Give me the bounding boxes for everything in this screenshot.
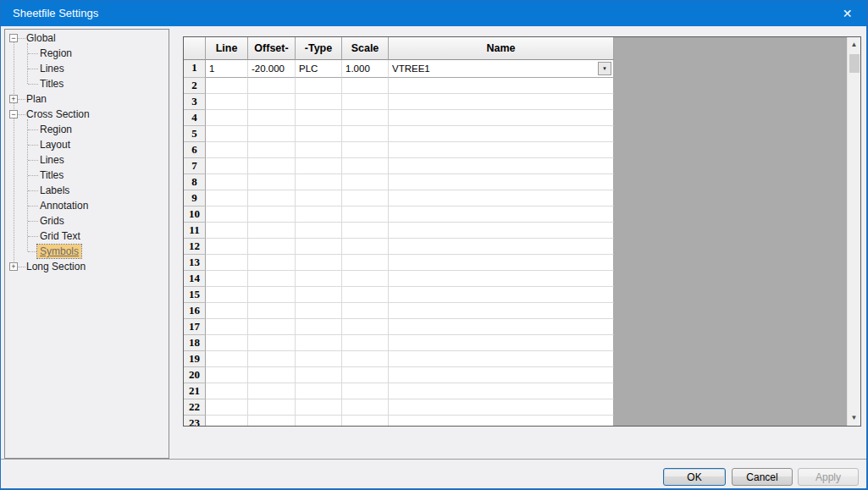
grid-cell[interactable]: 1.000	[342, 60, 389, 78]
name-dropdown-button[interactable]: ▼	[598, 62, 611, 75]
grid-cell[interactable]	[342, 255, 389, 271]
title-bar[interactable]: Sheetfile Settings ✕	[1, 1, 866, 26]
grid-cell[interactable]	[342, 239, 389, 255]
row-header-3[interactable]: 3	[184, 94, 206, 110]
grid-cell[interactable]	[248, 78, 296, 94]
tree-item-layout[interactable]: Layout	[5, 137, 169, 152]
row-header-17[interactable]: 17	[184, 319, 206, 335]
column-header-type[interactable]: -Type	[296, 37, 342, 60]
grid-cell[interactable]	[342, 287, 389, 303]
grid-cell[interactable]	[296, 126, 342, 142]
row-header-20[interactable]: 20	[184, 367, 206, 383]
row-header-5[interactable]: 5	[184, 126, 206, 142]
tree-item-labels[interactable]: Labels	[5, 183, 169, 198]
grid-cell[interactable]	[248, 287, 296, 303]
tree-item-grids[interactable]: Grids	[5, 213, 169, 228]
grid-cell[interactable]	[342, 190, 389, 206]
grid-cell[interactable]	[342, 126, 389, 142]
grid-cell[interactable]: -20.000	[248, 60, 296, 78]
grid-cell[interactable]	[206, 271, 248, 287]
row-header-13[interactable]: 13	[184, 255, 206, 271]
row-header-12[interactable]: 12	[184, 239, 206, 255]
grid-cell[interactable]	[206, 399, 248, 416]
grid-cell[interactable]	[342, 110, 389, 126]
grid-cell[interactable]	[248, 271, 296, 287]
grid-cell[interactable]	[389, 94, 614, 110]
grid-cell[interactable]	[206, 126, 248, 142]
grid-cell[interactable]	[248, 351, 296, 367]
grid-cell[interactable]	[206, 158, 248, 174]
grid-cell[interactable]	[206, 287, 248, 303]
grid-cell[interactable]	[206, 367, 248, 383]
grid-cell[interactable]	[296, 223, 342, 239]
grid-cell[interactable]	[248, 206, 296, 223]
close-button[interactable]: ✕	[828, 1, 866, 26]
apply-button[interactable]: Apply	[798, 468, 859, 486]
grid-cell[interactable]	[296, 94, 342, 110]
row-header-16[interactable]: 16	[184, 303, 206, 319]
grid-cell[interactable]	[389, 416, 614, 427]
grid-cell[interactable]	[342, 416, 389, 427]
grid-cell[interactable]	[342, 335, 389, 351]
row-header-15[interactable]: 15	[184, 287, 206, 303]
row-header-8[interactable]: 8	[184, 174, 206, 190]
scrollbar-thumb[interactable]	[849, 54, 860, 73]
grid-cell[interactable]	[296, 255, 342, 271]
grid-cell[interactable]	[389, 383, 614, 399]
tree-item-global[interactable]: −Global	[5, 30, 169, 46]
grid-cell[interactable]	[342, 223, 389, 239]
grid-cell[interactable]	[206, 351, 248, 367]
grid-cell[interactable]	[248, 255, 296, 271]
grid-cell[interactable]	[206, 190, 248, 206]
grid-cell[interactable]	[248, 174, 296, 190]
grid-cell[interactable]	[296, 110, 342, 126]
tree-item-annotation[interactable]: Annotation	[5, 198, 169, 213]
grid-cell[interactable]: VTREE1▼	[389, 60, 614, 78]
grid-cell[interactable]	[389, 287, 614, 303]
grid-cell[interactable]	[389, 110, 614, 126]
grid-cell[interactable]	[248, 383, 296, 399]
tree-item-lines[interactable]: Lines	[5, 61, 169, 76]
tree-item-cross-section[interactable]: −Cross Section	[5, 107, 169, 122]
grid-cell[interactable]	[389, 78, 614, 94]
grid-cell[interactable]	[248, 239, 296, 255]
grid-cell[interactable]	[389, 239, 614, 255]
grid-cell[interactable]	[342, 271, 389, 287]
grid-cell[interactable]	[206, 303, 248, 319]
grid-cell[interactable]	[296, 335, 342, 351]
grid-cell[interactable]	[206, 110, 248, 126]
grid-cell[interactable]	[342, 303, 389, 319]
grid-cell[interactable]	[342, 206, 389, 223]
grid-cell[interactable]	[296, 303, 342, 319]
grid-cell[interactable]	[389, 223, 614, 239]
grid-cell[interactable]	[296, 190, 342, 206]
grid-cell[interactable]	[296, 383, 342, 399]
ok-button[interactable]: OK	[663, 468, 726, 486]
grid-cell[interactable]	[248, 158, 296, 174]
grid-cell[interactable]	[206, 383, 248, 399]
grid-cell[interactable]	[296, 174, 342, 190]
grid-cell[interactable]	[389, 335, 614, 351]
scroll-down-icon[interactable]: ▼	[848, 412, 860, 424]
grid-cell[interactable]	[342, 351, 389, 367]
grid-cell[interactable]	[248, 126, 296, 142]
row-header-22[interactable]: 22	[184, 399, 206, 416]
grid-cell[interactable]	[296, 158, 342, 174]
grid-cell[interactable]	[389, 174, 614, 190]
grid-cell[interactable]	[389, 142, 614, 158]
grid-cell[interactable]	[206, 223, 248, 239]
row-header-19[interactable]: 19	[184, 351, 206, 367]
row-header-7[interactable]: 7	[184, 158, 206, 174]
grid-cell[interactable]	[296, 142, 342, 158]
grid-cell[interactable]	[342, 319, 389, 335]
grid-cell[interactable]	[206, 78, 248, 94]
tree-item-plan[interactable]: +Plan	[5, 91, 169, 107]
tree-item-grid-text[interactable]: Grid Text	[5, 228, 169, 244]
grid-cell[interactable]	[342, 94, 389, 110]
grid-cell[interactable]	[206, 335, 248, 351]
grid-cell[interactable]	[248, 367, 296, 383]
expand-icon[interactable]: +	[9, 95, 18, 103]
collapse-icon[interactable]: −	[9, 34, 18, 42]
grid-cell[interactable]: PLC	[296, 60, 342, 78]
row-header-9[interactable]: 9	[184, 190, 206, 206]
